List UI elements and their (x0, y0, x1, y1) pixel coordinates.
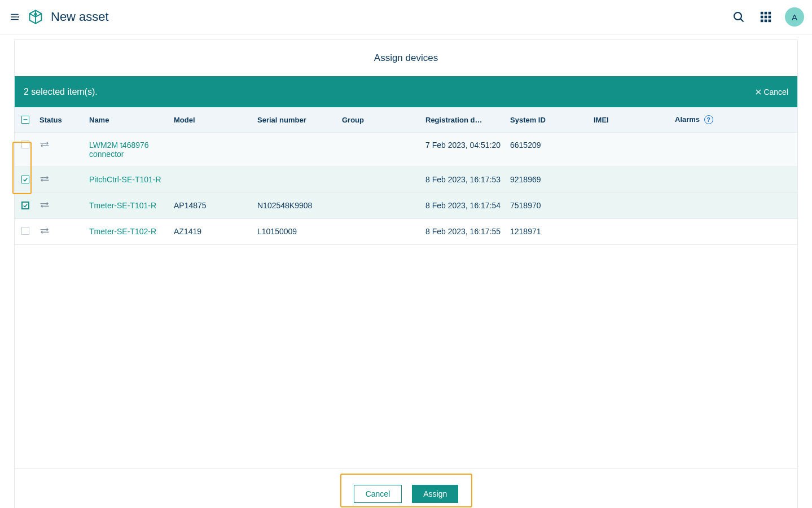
cell-registration: 7 Feb 2023, 04:51:20 (421, 133, 506, 167)
row-checkbox[interactable] (21, 176, 29, 183)
cell-imei (589, 167, 670, 193)
table-row[interactable]: LWM2M t468976 connector7 Feb 2023, 04:51… (15, 133, 797, 167)
cell-model: AZ1419 (169, 219, 253, 245)
row-checkbox[interactable] (21, 227, 29, 235)
cell-imei (589, 219, 670, 245)
svg-rect-14 (769, 20, 771, 23)
cancel-selection-label: Cancel (763, 87, 788, 97)
svg-rect-8 (769, 12, 771, 15)
cancel-selection-button[interactable]: Cancel (754, 87, 788, 97)
svg-rect-10 (765, 16, 767, 19)
svg-rect-6 (761, 12, 763, 15)
device-name-link[interactable]: Tmeter-SE-T101-R (89, 201, 156, 210)
cell-registration: 8 Feb 2023, 16:17:54 (421, 193, 506, 219)
table-row[interactable]: PitchCtrl-SE-T101-R8 Feb 2023, 16:17:539… (15, 167, 797, 193)
col-system-id[interactable]: System ID (506, 107, 589, 133)
svg-point-3 (34, 14, 36, 15)
device-name-link[interactable]: PitchCtrl-SE-T101-R (89, 175, 161, 184)
cancel-button[interactable]: Cancel (354, 485, 402, 503)
cell-imei (589, 133, 670, 167)
table-row[interactable]: Tmeter-SE-T101-RAP14875N102548K99088 Feb… (15, 193, 797, 219)
avatar[interactable]: A (785, 7, 804, 27)
transfer-icon (39, 227, 50, 237)
selection-bar: 2 selected item(s). Cancel (15, 76, 797, 107)
cell-serial: L10150009 (253, 219, 337, 245)
selection-count-text: 2 selected item(s). (24, 87, 98, 97)
cell-group (337, 193, 421, 219)
app-header: New asset A (0, 0, 812, 34)
svg-rect-12 (761, 20, 763, 23)
cell-system-id: 7518970 (506, 193, 589, 219)
cell-alarms (670, 193, 797, 219)
svg-rect-9 (761, 16, 763, 19)
cell-model (169, 167, 253, 193)
svg-point-4 (734, 12, 741, 20)
search-icon[interactable] (727, 6, 750, 28)
col-model[interactable]: Model (169, 107, 253, 133)
cell-system-id: 1218971 (506, 219, 589, 245)
cell-group (337, 167, 421, 193)
cell-group (337, 219, 421, 245)
panel-title: Assign devices (15, 40, 797, 76)
svg-rect-7 (765, 12, 767, 15)
col-serial[interactable]: Serial number (253, 107, 337, 133)
col-name[interactable]: Name (85, 107, 169, 133)
cell-alarms (670, 133, 797, 167)
svg-line-5 (740, 19, 743, 21)
panel-footer: Cancel Assign (15, 468, 797, 508)
table-row[interactable]: Tmeter-SE-T102-RAZ1419L101500098 Feb 202… (15, 219, 797, 245)
cell-registration: 8 Feb 2023, 16:17:55 (421, 219, 506, 245)
svg-rect-13 (765, 20, 767, 23)
cell-group (337, 133, 421, 167)
select-all-checkbox[interactable] (21, 116, 29, 124)
col-registration[interactable]: Registration d… (421, 107, 506, 133)
help-icon[interactable]: ? (704, 115, 713, 124)
assign-devices-panel: Assign devices 2 selected item(s). Cance… (14, 40, 798, 508)
close-icon (754, 88, 762, 96)
svg-rect-17 (24, 119, 28, 120)
transfer-icon (39, 141, 50, 150)
transfer-icon (39, 176, 50, 185)
cell-serial (253, 167, 337, 193)
col-imei[interactable]: IMEI (589, 107, 670, 133)
row-checkbox[interactable] (21, 202, 29, 209)
cell-alarms (670, 167, 797, 193)
app-logo-icon[interactable] (27, 8, 44, 25)
svg-rect-11 (769, 16, 771, 19)
devices-table: Status Name Model Serial number Group Re… (15, 107, 797, 245)
device-name-link[interactable]: LWM2M t468976 connector (89, 141, 149, 159)
cell-system-id: 6615209 (506, 133, 589, 167)
page-title: New asset (51, 10, 109, 24)
cell-registration: 8 Feb 2023, 16:17:53 (421, 167, 506, 193)
cell-alarms (670, 219, 797, 245)
menu-toggle-icon[interactable] (8, 10, 21, 24)
apps-grid-icon[interactable] (754, 6, 777, 28)
row-checkbox[interactable] (21, 141, 29, 148)
cell-imei (589, 193, 670, 219)
col-status[interactable]: Status (35, 107, 85, 133)
cell-system-id: 9218969 (506, 167, 589, 193)
cell-model (169, 133, 253, 167)
transfer-icon (39, 202, 50, 211)
device-name-link[interactable]: Tmeter-SE-T102-R (89, 227, 156, 236)
assign-button[interactable]: Assign (412, 485, 458, 503)
cell-model: AP14875 (169, 193, 253, 219)
cell-serial: N102548K9908 (253, 193, 337, 219)
col-group[interactable]: Group (337, 107, 421, 133)
cell-serial (253, 133, 337, 167)
devices-table-wrap: Status Name Model Serial number Group Re… (15, 107, 797, 245)
col-alarms[interactable]: Alarms ? (670, 107, 797, 133)
